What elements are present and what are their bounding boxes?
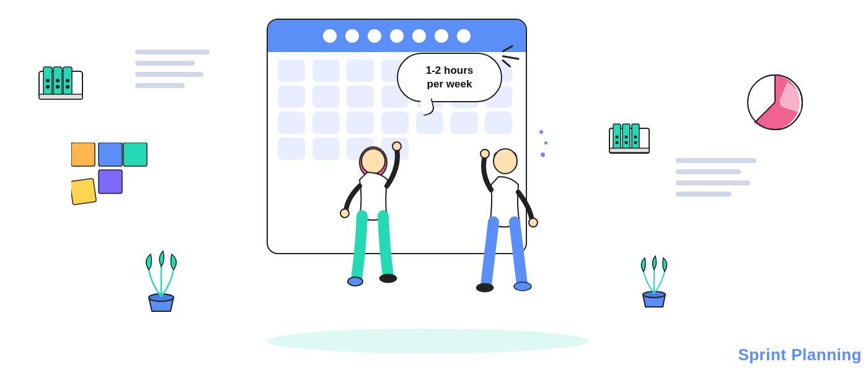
cal-cell xyxy=(451,112,478,134)
svg-point-1 xyxy=(361,149,385,174)
male-svg xyxy=(459,143,558,329)
svg-point-37 xyxy=(625,141,628,144)
speech-bubble: 1-2 hours per week xyxy=(397,53,502,102)
svg-point-8 xyxy=(480,149,489,158)
svg-point-34 xyxy=(625,136,628,139)
figure-male xyxy=(459,143,558,331)
plant-left xyxy=(140,242,183,319)
cal-cell xyxy=(278,60,305,82)
cal-cell xyxy=(485,112,512,134)
cabinet-left-svg xyxy=(36,62,86,102)
pie-chart-svg xyxy=(741,68,809,136)
figure-female xyxy=(329,136,428,331)
cal-circle-7 xyxy=(457,29,471,43)
svg-point-20 xyxy=(56,85,60,89)
plant-right-svg xyxy=(636,248,673,310)
scene: 1-2 hours per week xyxy=(0,0,868,372)
svg-point-36 xyxy=(616,141,619,144)
file-cabinet-left xyxy=(36,62,86,105)
svg-point-11 xyxy=(514,282,531,291)
list-line xyxy=(135,61,195,66)
svg-rect-27 xyxy=(71,179,96,205)
file-cabinet-right xyxy=(608,121,651,157)
sticky-notes-svg xyxy=(71,143,152,211)
svg-point-16 xyxy=(46,79,50,82)
cal-circle-2 xyxy=(345,29,359,43)
svg-rect-22 xyxy=(39,94,82,99)
shine-line-2 xyxy=(502,55,520,60)
cal-circle-5 xyxy=(412,29,426,43)
cal-circle-1 xyxy=(323,29,337,43)
svg-point-7 xyxy=(494,149,517,174)
bubble-shine xyxy=(502,48,520,63)
svg-point-2 xyxy=(392,142,401,151)
svg-point-21 xyxy=(66,85,69,89)
ground-shadow xyxy=(267,329,589,353)
svg-point-5 xyxy=(379,274,397,283)
svg-point-18 xyxy=(66,79,69,82)
list-lines-left xyxy=(135,50,210,94)
cal-cell xyxy=(347,112,374,134)
cal-cell xyxy=(278,112,305,134)
list-line xyxy=(135,50,210,55)
svg-rect-39 xyxy=(609,148,649,153)
pie-chart xyxy=(741,68,809,139)
cal-cell xyxy=(347,86,374,108)
cal-cell xyxy=(312,60,340,82)
cal-cell xyxy=(278,86,305,108)
plant-left-svg xyxy=(140,242,183,316)
list-line xyxy=(135,83,185,88)
cal-circle-6 xyxy=(435,29,448,43)
svg-point-33 xyxy=(616,136,619,139)
svg-rect-24 xyxy=(99,143,122,166)
sprint-planning-label: Sprint Planning xyxy=(738,345,862,365)
svg-rect-23 xyxy=(71,143,95,166)
cal-cell xyxy=(312,86,340,108)
list-lines-right xyxy=(676,158,756,203)
list-line xyxy=(676,180,750,185)
list-line xyxy=(135,72,203,77)
list-line xyxy=(676,158,756,163)
cal-cell xyxy=(278,138,305,160)
cal-cell xyxy=(347,60,374,82)
svg-point-19 xyxy=(46,85,50,89)
svg-point-35 xyxy=(634,136,637,139)
svg-rect-25 xyxy=(123,143,147,166)
cal-circle-4 xyxy=(390,29,404,43)
female-svg xyxy=(329,136,428,329)
svg-point-9 xyxy=(529,218,538,227)
cal-cell xyxy=(416,112,443,134)
cal-circle-3 xyxy=(368,29,381,43)
svg-point-17 xyxy=(56,79,60,82)
svg-point-4 xyxy=(348,277,363,286)
cal-cell xyxy=(381,112,409,134)
svg-rect-26 xyxy=(99,170,122,193)
cabinet-right-svg xyxy=(608,121,651,155)
svg-point-3 xyxy=(340,209,349,218)
sticky-notes xyxy=(71,143,152,213)
svg-point-38 xyxy=(634,141,637,144)
calendar-header xyxy=(268,20,526,52)
svg-point-10 xyxy=(476,283,494,292)
dot-1 xyxy=(539,130,543,134)
list-line xyxy=(676,169,741,174)
bubble-text: 1-2 hours per week xyxy=(426,64,474,91)
list-line xyxy=(676,192,732,197)
cal-cell xyxy=(312,112,340,134)
plant-right xyxy=(636,248,673,312)
